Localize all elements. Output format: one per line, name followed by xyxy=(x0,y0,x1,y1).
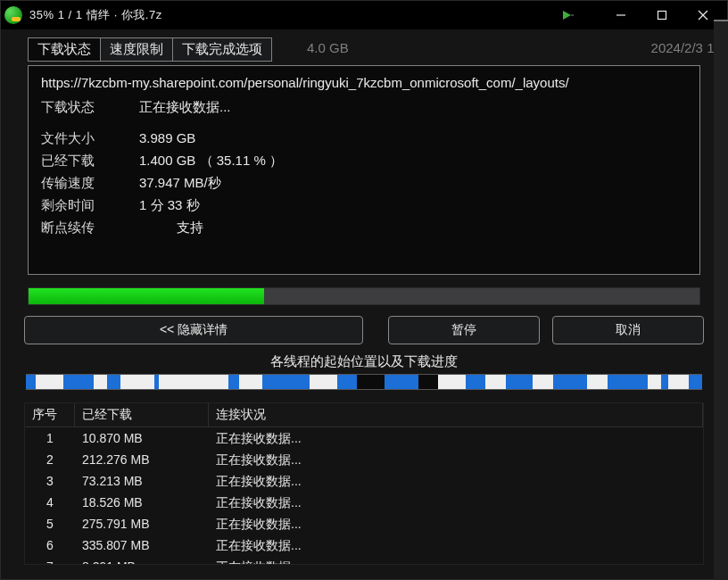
cell-status: 正在接收数据... xyxy=(209,449,703,470)
thread-segment xyxy=(648,375,661,389)
cell-downloaded: 212.276 MB xyxy=(75,449,209,470)
value-downloaded: 1.400 GB （ 35.11 % ） xyxy=(139,149,283,171)
cell-status: 正在接收数据... xyxy=(209,513,703,534)
info-panel: https://7kzcbm-my.sharepoint.com/persona… xyxy=(28,65,700,275)
cell-downloaded: 10.870 MB xyxy=(75,427,209,449)
cell-index: 2 xyxy=(25,449,75,470)
label-speed: 传输速度 xyxy=(41,171,139,194)
cell-downloaded: 275.791 MB xyxy=(75,513,209,534)
thread-segment xyxy=(310,375,336,389)
label-remaining: 剩余时间 xyxy=(41,194,139,216)
window-title: 35% 1 / 1 情绊 · 你我.7z xyxy=(29,7,162,23)
col-status[interactable]: 连接状况 xyxy=(209,403,703,427)
cell-status: 正在接收数据... xyxy=(209,534,703,556)
progress-bar xyxy=(28,287,700,305)
table-row[interactable]: 2212.276 MB正在接收数据... xyxy=(25,449,703,470)
table-header: 序号 已经下载 连接状况 xyxy=(25,403,703,427)
thread-segment xyxy=(608,375,648,389)
table-body: 110.870 MB正在接收数据...2212.276 MB正在接收数据...3… xyxy=(25,427,703,564)
cell-index: 6 xyxy=(25,534,75,556)
thread-segment xyxy=(107,375,120,389)
thread-segment xyxy=(159,375,228,389)
cell-status: 正在接收数据... xyxy=(209,492,703,513)
thread-segment xyxy=(94,375,107,389)
value-resume: 支持 xyxy=(139,216,203,238)
thread-segment xyxy=(63,375,94,389)
label-resume: 断点续传 xyxy=(41,216,139,238)
hide-details-button[interactable]: << 隐藏详情 xyxy=(24,316,363,344)
threads-table: 序号 已经下载 连接状况 110.870 MB正在接收数据...2212.276… xyxy=(24,402,704,565)
thread-segment xyxy=(337,375,358,389)
play-icon xyxy=(561,9,574,21)
cell-downloaded: 8.291 MB xyxy=(75,556,209,564)
table-row[interactable]: 110.870 MB正在接收数据... xyxy=(25,427,703,449)
label-status: 下载状态 xyxy=(41,95,139,118)
value-size: 3.989 GB xyxy=(139,127,195,149)
cell-status: 正在接收数据... xyxy=(209,556,703,564)
thread-segment xyxy=(357,375,384,389)
thread-segment xyxy=(418,375,439,389)
value-speed: 37.947 MB/秒 xyxy=(139,171,221,194)
thread-segment xyxy=(438,375,465,389)
value-remaining: 1 分 33 秒 xyxy=(139,194,200,216)
download-window: 35% 1 / 1 情绊 · 你我.7z 下载状态 速度限制 下载完成选项 4.… xyxy=(0,0,728,580)
tab-speed-limit[interactable]: 速度限制 xyxy=(100,37,173,62)
thread-title: 各线程的起始位置以及下载进度 xyxy=(1,353,727,370)
row-speed: 传输速度 37.947 MB/秒 xyxy=(41,171,687,194)
tab-on-complete[interactable]: 下载完成选项 xyxy=(172,37,272,62)
thread-progress-bar xyxy=(26,374,702,390)
cell-index: 1 xyxy=(25,427,75,449)
row-size: 文件大小 3.989 GB xyxy=(41,127,687,149)
table-row[interactable]: 6335.807 MB正在接收数据... xyxy=(25,534,703,556)
thread-segment xyxy=(533,375,553,389)
svg-rect-1 xyxy=(658,12,666,20)
cell-index: 3 xyxy=(25,470,75,492)
row-status: 下载状态 正在接收数据... xyxy=(41,95,687,118)
cell-downloaded: 335.807 MB xyxy=(75,534,209,556)
label-downloaded: 已经下载 xyxy=(41,149,139,171)
cell-downloaded: 18.526 MB xyxy=(75,492,209,513)
cell-index: 4 xyxy=(25,492,75,513)
thread-segment xyxy=(262,375,310,389)
minimize-button[interactable] xyxy=(600,1,641,29)
tabstrip: 下载状态 速度限制 下载完成选项 xyxy=(28,37,271,62)
cell-index: 5 xyxy=(25,513,75,534)
col-downloaded[interactable]: 已经下载 xyxy=(75,403,209,427)
cell-status: 正在接收数据... xyxy=(209,427,703,449)
thread-segment xyxy=(239,375,263,389)
maximize-button[interactable] xyxy=(641,1,682,29)
thread-segment xyxy=(228,375,238,389)
cell-index: 7 xyxy=(25,556,75,564)
table-row[interactable]: 373.213 MB正在接收数据... xyxy=(25,470,703,492)
table-row[interactable]: 78.291 MB正在接收数据... xyxy=(25,556,703,564)
download-url: https://7kzcbm-my.sharepoint.com/persona… xyxy=(41,75,687,90)
thread-segment xyxy=(385,375,418,389)
progress-fill xyxy=(29,288,264,304)
thread-segment xyxy=(26,375,36,389)
table-row[interactable]: 418.526 MB正在接收数据... xyxy=(25,492,703,513)
cancel-button[interactable]: 取消 xyxy=(552,316,704,344)
row-downloaded: 已经下载 1.400 GB （ 35.11 % ） xyxy=(41,149,687,171)
thread-segment xyxy=(553,375,587,389)
app-icon xyxy=(4,6,22,24)
label-size: 文件大小 xyxy=(41,127,139,149)
thread-segment xyxy=(689,375,702,389)
row-resume: 断点续传 支持 xyxy=(41,216,687,238)
thread-segment xyxy=(466,375,486,389)
tab-download-status[interactable]: 下载状态 xyxy=(28,37,101,62)
row-remaining: 剩余时间 1 分 33 秒 xyxy=(41,194,687,216)
col-index[interactable]: 序号 xyxy=(25,403,75,427)
file-size-hint: 4.0 GB xyxy=(307,40,349,55)
table-row[interactable]: 5275.791 MB正在接收数据... xyxy=(25,513,703,534)
button-row: << 隐藏详情 暂停 取消 xyxy=(24,316,704,344)
pause-button[interactable]: 暂停 xyxy=(388,316,540,344)
cell-status: 正在接收数据... xyxy=(209,470,703,492)
subheader: 下载状态 速度限制 下载完成选项 4.0 GB 2024/2/3 14: xyxy=(1,29,727,65)
thread-segment xyxy=(36,375,62,389)
cell-downloaded: 73.213 MB xyxy=(75,470,209,492)
titlebar[interactable]: 35% 1 / 1 情绊 · 你我.7z xyxy=(1,1,727,29)
thread-segment xyxy=(661,375,668,389)
value-status: 正在接收数据... xyxy=(139,95,231,118)
thread-segment xyxy=(668,375,689,389)
thread-segment xyxy=(506,375,533,389)
